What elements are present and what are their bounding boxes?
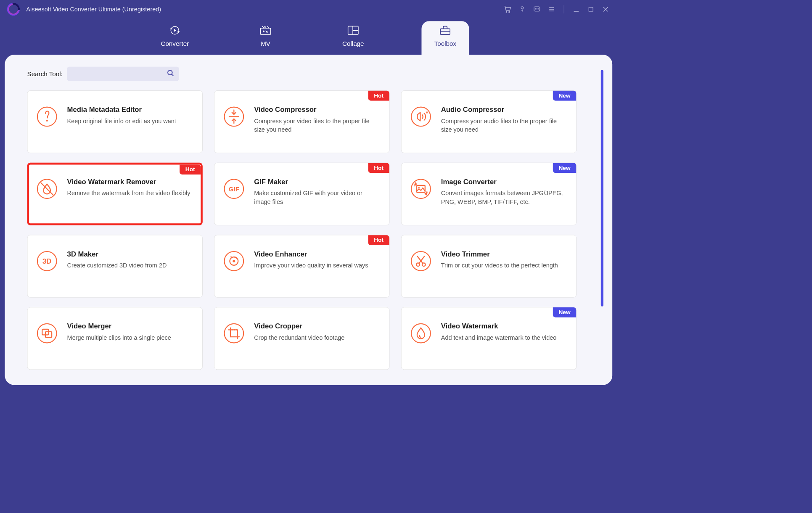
card-text: Video MergerMerge multiple clips into a … <box>67 317 193 360</box>
tab-label: MV <box>261 40 270 48</box>
card-text: 3D MakerCreate customized 3D video from … <box>67 245 193 288</box>
tool-card[interactable]: HotGIFGIF MakerMake customized GIF with … <box>214 163 389 225</box>
search-box <box>67 67 179 81</box>
card-text: Media Metadata EditorKeep original file … <box>67 100 193 143</box>
close-icon[interactable] <box>601 5 610 13</box>
card-text: GIF MakerMake customized GIF with your v… <box>254 172 380 215</box>
minimize-icon[interactable] <box>572 5 581 13</box>
tool-card[interactable]: Media Metadata EditorKeep original file … <box>27 90 203 153</box>
tab-converter[interactable]: Converter <box>148 21 202 55</box>
svg-text:GIF: GIF <box>229 185 239 193</box>
new-badge: New <box>553 91 576 101</box>
card-text: Video WatermarkAdd text and image waterm… <box>441 317 567 360</box>
card-text: Video EnhancerImprove your video quality… <box>254 245 380 288</box>
tool-card[interactable]: NewAudio CompressorCompress your audio f… <box>401 90 577 153</box>
cart-icon[interactable] <box>503 5 512 13</box>
tool-card[interactable]: NewVideo WatermarkAdd text and image wat… <box>401 307 577 370</box>
crop-icon <box>223 323 244 344</box>
app-title: Aiseesoft Video Converter Ultimate (Unre… <box>26 6 161 13</box>
svg-point-5 <box>535 9 536 10</box>
tool-title: Image Converter <box>441 178 567 186</box>
tool-card[interactable]: NewImage ConverterConvert images formats… <box>401 163 577 225</box>
card-text: Audio CompressorCompress your audio file… <box>441 100 567 143</box>
menu-icon[interactable] <box>547 5 556 13</box>
svg-rect-10 <box>260 28 270 34</box>
tool-description: Make customized GIF with your video or i… <box>254 189 380 206</box>
key-icon[interactable] <box>518 5 526 13</box>
tool-title: Video Trimmer <box>441 250 567 258</box>
svg-point-3 <box>521 7 524 9</box>
content-panel: Search Tool: Media Metadata EditorKeep o… <box>5 55 612 385</box>
tab-mv[interactable]: MV <box>246 21 285 55</box>
feedback-icon[interactable] <box>532 5 541 13</box>
card-text: Video TrimmerTrim or cut your videos to … <box>441 245 567 288</box>
svg-point-11 <box>263 31 264 32</box>
new-badge: New <box>553 163 576 173</box>
titlebar: Aiseesoft Video Converter Ultimate (Unre… <box>0 0 617 19</box>
svg-point-16 <box>46 120 48 122</box>
svg-point-7 <box>538 9 539 10</box>
card-text: Video CompressorCompress your video file… <box>254 100 380 143</box>
card-text: Video CropperCrop the redundant video fo… <box>254 317 380 360</box>
nowater-icon <box>37 178 58 199</box>
toolbox-icon <box>439 25 452 36</box>
tool-description: Convert images formats between JPG/JPEG,… <box>441 189 567 206</box>
new-badge: New <box>553 307 576 317</box>
info-icon <box>37 106 58 127</box>
tool-card[interactable]: HotVideo EnhancerImprove your video qual… <box>214 235 389 298</box>
tool-title: Video Cropper <box>254 322 380 331</box>
tool-title: Video Compressor <box>254 106 380 114</box>
mv-icon <box>259 25 272 36</box>
tool-card[interactable]: Video MergerMerge multiple clips into a … <box>27 307 203 370</box>
merge-icon <box>37 323 58 344</box>
tool-description: Add text and image watermark to the vide… <box>441 333 567 342</box>
tab-collage[interactable]: Collage <box>330 21 377 55</box>
tool-title: Video Watermark <box>441 322 567 331</box>
tool-description: Keep original file info or edit as you w… <box>67 117 193 125</box>
tool-description: Remove the watermark from the video flex… <box>67 189 193 198</box>
svg-point-2 <box>509 11 510 12</box>
hot-badge: Hot <box>368 235 389 245</box>
svg-point-29 <box>233 260 235 262</box>
tool-card[interactable]: HotVideo Watermark RemoverRemove the wat… <box>27 163 203 225</box>
search-input[interactable] <box>67 67 162 81</box>
svg-point-34 <box>37 324 57 343</box>
hot-badge: Hot <box>180 164 201 175</box>
svg-point-37 <box>225 324 244 343</box>
trim-icon <box>410 251 431 272</box>
card-text: Video Watermark RemoverRemove the waterm… <box>67 172 193 215</box>
scrollbar[interactable] <box>601 70 603 306</box>
tool-description: Compress your audio files to the proper … <box>441 117 567 134</box>
search-label: Search Tool: <box>27 70 63 77</box>
svg-point-24 <box>418 187 420 188</box>
tool-title: Video Enhancer <box>254 250 380 258</box>
svg-text:3D: 3D <box>42 257 51 265</box>
search-icon[interactable] <box>162 69 179 78</box>
svg-point-30 <box>230 256 232 258</box>
imgconv-icon <box>410 178 431 199</box>
tool-card[interactable]: Video TrimmerTrim or cut your videos to … <box>401 235 577 298</box>
hot-badge: Hot <box>368 163 389 173</box>
tool-title: Audio Compressor <box>441 106 567 114</box>
tool-grid: Media Metadata EditorKeep original file … <box>27 90 595 370</box>
search-row: Search Tool: <box>27 67 595 81</box>
3d-icon: 3D <box>37 251 58 272</box>
svg-point-6 <box>537 9 537 10</box>
tab-toolbox[interactable]: Toolbox <box>421 21 469 55</box>
tool-description: Merge multiple clips into a single piece <box>67 333 193 342</box>
app-window: Aiseesoft Video Converter Ultimate (Unre… <box>0 0 617 390</box>
tool-card[interactable]: HotVideo CompressorCompress your video f… <box>214 90 389 153</box>
maximize-icon[interactable] <box>587 5 595 13</box>
converter-icon <box>169 25 181 36</box>
compress-a-icon <box>410 106 431 127</box>
card-text: Image ConverterConvert images formats be… <box>441 172 567 215</box>
tool-description: Compress your video files to the proper … <box>254 117 380 134</box>
tool-card[interactable]: 3D3D MakerCreate customized 3D video fro… <box>27 235 203 298</box>
tab-label: Converter <box>161 40 189 48</box>
tool-description: Crop the redundant video footage <box>254 333 380 342</box>
window-controls <box>503 5 610 13</box>
svg-rect-8 <box>589 7 593 11</box>
collage-icon <box>347 25 359 36</box>
tool-title: Video Merger <box>67 322 193 331</box>
tool-card[interactable]: Video CropperCrop the redundant video fo… <box>214 307 389 370</box>
